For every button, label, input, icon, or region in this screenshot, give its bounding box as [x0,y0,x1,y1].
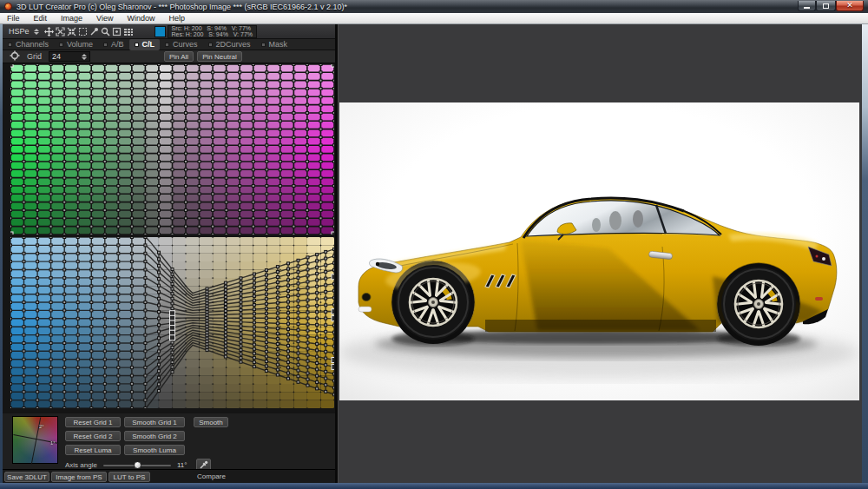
grid-view-icon[interactable] [123,26,134,37]
fog-light [362,294,371,301]
pin-tool-icon[interactable] [89,26,100,37]
photoshop-image-preview[interactable] [339,102,859,400]
result-color-readout: Res: H: 200 S: 94% V: 77% [172,31,253,37]
save-3dlut-button[interactable]: Save 3DLUT [4,472,49,482]
tab-indicator [103,43,108,47]
contract-grid-icon[interactable] [67,26,77,37]
rear-reflector [815,297,823,301]
maximize-icon [823,3,829,9]
reset-grid-2-button[interactable]: Reset Grid 2 [65,431,121,441]
menu-window[interactable]: Window [120,13,161,24]
tab-c-l[interactable]: C/L [129,39,161,50]
reset-grid-1-button[interactable]: Reset Grid 1 [65,417,121,427]
grid-size-label: Grid [27,52,42,61]
axis-1-label: 1° [50,440,56,446]
close-button[interactable]: ✕ [836,1,864,11]
window-title: 3D LUT Creator Pro (c) Oleg Sharonov - *… [16,3,347,11]
tab-label: Volume [67,40,93,49]
grid-size-value: 24 [52,52,61,61]
axis-angle-value: 11° [177,461,193,469]
image-preview-panel [339,24,863,483]
source-color-readout: Src: H: 200 S: 94% V: 77% [172,25,253,31]
tab-indicator [261,43,266,47]
tab-indicator [59,43,63,47]
app-logo-icon [4,3,12,10]
menu-image[interactable]: Image [54,13,89,24]
tab-indicator [208,43,213,47]
tab-label: A/B [111,40,124,49]
slider-thumb[interactable] [134,461,141,469]
menu-view[interactable]: View [89,13,120,24]
menu-edit[interactable]: Edit [27,13,55,24]
smooth-grid-1-button[interactable]: Smooth Grid 1 [124,417,185,427]
tab-2dcurves[interactable]: 2DCurves [203,39,256,50]
compare-toggle[interactable]: Compare [197,472,226,480]
tab-label: 2DCurves [216,40,251,49]
tab-label: Curves [173,40,198,49]
zoom-tool-icon[interactable] [101,26,111,37]
pin-all-button[interactable]: Pin All [164,51,194,62]
tab-a-b[interactable]: A/B [98,39,129,50]
lut-editor-panel: HSPe [3,24,335,483]
tab-label: Mask [269,40,288,49]
menu-help[interactable]: Help [161,13,192,24]
grid-adjust-controls: 2° 1° Reset Grid 1 Smooth Grid 1 Smooth … [3,413,335,469]
tab-curves[interactable]: Curves [160,39,203,50]
minimize-icon [804,7,810,9]
grid-options-bar: Grid 24 Pin All Pin Neutral [3,50,335,63]
move-tool-icon[interactable] [44,26,55,37]
window-border-right[interactable] [862,24,868,484]
expand-grid-icon[interactable] [56,26,66,37]
target-icon[interactable] [112,26,122,37]
axis-2-label: 2° [39,424,44,429]
pin-neutral-button[interactable]: Pin Neutral [197,51,242,62]
minimize-button[interactable] [798,1,816,11]
close-icon: ✕ [846,2,853,10]
rear-wheel [721,267,796,341]
smooth-button[interactable]: Smooth [194,417,228,427]
car-seat [609,211,621,230]
tab-mask[interactable]: Mask [256,39,293,50]
tab-label: C/L [142,40,155,49]
grid-size-input[interactable]: 24 [49,51,90,62]
tab-label: Channels [16,40,49,49]
tab-indicator [8,43,12,47]
tool-icons [44,26,134,37]
menu-bar: FileEditImageViewWindowHelp [0,13,868,24]
footer-bar: Save 3DLUT Image from PS LUT to PS Compa… [3,469,335,483]
maximize-button[interactable] [816,1,836,11]
reset-luma-button[interactable]: Reset Luma [65,445,121,455]
smooth-grid-2-button[interactable]: Smooth Grid 2 [124,431,185,441]
car-render [339,102,859,400]
color-readout: Src: H: 200 S: 94% V: 77% Res: H: 200 S:… [168,25,258,38]
color-model-spinner[interactable] [34,29,39,35]
front-wheel [396,265,470,340]
image-from-ps-button[interactable]: Image from PS [51,472,107,482]
window-border-left [0,24,3,484]
marquee-icon[interactable] [78,26,89,37]
tab-indicator [165,43,169,47]
title-bar[interactable]: 3D LUT Creator Pro (c) Oleg Sharonov - *… [0,0,868,13]
editor-toolbar: HSPe [3,24,335,39]
lut-to-ps-button[interactable]: LUT to PS [108,472,150,482]
gear-icon[interactable] [10,49,20,64]
front-marker [358,307,372,312]
app-window: 3D LUT Creator Pro (c) Oleg Sharonov - *… [0,0,868,489]
mode-tab-bar: ChannelsVolumeA/BC/LCurves2DCurvesMask [3,39,335,50]
axis-angle-slider[interactable] [103,461,171,469]
menu-file[interactable]: File [0,13,27,24]
axis-angle-label: Axis angle [65,461,102,469]
smooth-luma-button[interactable]: Smooth Luma [124,445,185,455]
picked-color-swatch [155,26,166,37]
tab-indicator [135,43,139,47]
color-grid-1[interactable] [10,64,334,235]
color-model-selector[interactable]: HSPe [9,27,30,36]
color-grid-2[interactable] [10,237,334,408]
window-border-bottom [0,483,868,489]
tab-volume[interactable]: Volume [54,39,98,50]
panel-divider[interactable] [335,24,339,483]
grid-size-spinner[interactable] [82,54,87,60]
axis-color-wheel[interactable]: 2° 1° [12,416,58,464]
